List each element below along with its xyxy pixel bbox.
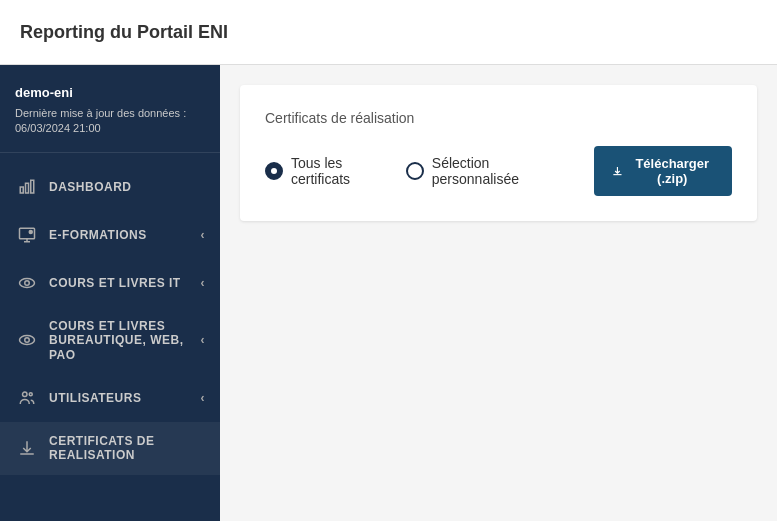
sidebar-nav: DASHBOARD E-FORMATIONS ‹	[0, 153, 220, 521]
svg-point-6	[29, 230, 34, 235]
sidebar-item-cours-livres-bureautique-label: COURS ET LIVRES BUREAUTIQUE, WEB, PAO	[49, 319, 201, 362]
svg-point-11	[23, 392, 28, 397]
svg-point-12	[29, 393, 32, 396]
main-layout: demo-eni Dernière mise à jour des donnée…	[0, 65, 777, 521]
radio-circle-all	[265, 162, 283, 180]
main-content: Certificats de réalisation Tous les cert…	[220, 65, 777, 521]
radio-option-all[interactable]: Tous les certificats	[265, 155, 376, 187]
cours-it-chevron-icon: ‹	[201, 276, 206, 290]
radio-circle-custom	[406, 162, 424, 180]
sidebar-update-label: Dernière mise à jour des données : 06/03…	[15, 106, 205, 137]
svg-rect-0	[20, 187, 23, 193]
utilisateurs-chevron-icon: ‹	[201, 391, 206, 405]
app-title: Reporting du Portail ENI	[20, 22, 228, 43]
sidebar-item-e-formations[interactable]: E-FORMATIONS ‹	[0, 211, 220, 259]
sidebar-item-cours-livres-bureautique[interactable]: COURS ET LIVRES BUREAUTIQUE, WEB, PAO ‹	[0, 307, 220, 374]
svg-point-9	[20, 336, 35, 345]
sidebar-item-dashboard[interactable]: DASHBOARD	[0, 163, 220, 211]
sidebar-username: demo-eni	[15, 85, 205, 100]
content-card: Certificats de réalisation Tous les cert…	[240, 85, 757, 221]
bar-chart-icon	[15, 175, 39, 199]
svg-rect-1	[26, 183, 29, 193]
svg-point-10	[25, 338, 30, 343]
svg-point-8	[25, 281, 30, 286]
sidebar-item-certificats-label: CERTIFICATS DE REALISATION	[49, 434, 205, 463]
sidebar-item-dashboard-label: DASHBOARD	[49, 180, 205, 194]
sidebar: demo-eni Dernière mise à jour des donnée…	[0, 65, 220, 521]
eye-icon	[15, 271, 39, 295]
svg-point-7	[20, 278, 35, 287]
sidebar-item-utilisateurs[interactable]: UTILISATEURS ‹	[0, 374, 220, 422]
radio-label-custom: Sélection personnalisée	[432, 155, 544, 187]
app-header: Reporting du Portail ENI	[0, 0, 777, 65]
download-icon	[15, 436, 39, 460]
sidebar-item-certificats[interactable]: CERTIFICATS DE REALISATION	[0, 422, 220, 475]
section-title: Certificats de réalisation	[265, 110, 732, 126]
download-button[interactable]: Télécharger (.zip)	[594, 146, 732, 196]
svg-rect-2	[31, 180, 34, 193]
radio-group-certificats: Tous les certificats Sélection personnal…	[265, 146, 732, 196]
sidebar-item-cours-livres-it-label: COURS ET LIVRES IT	[49, 276, 201, 290]
sidebar-item-e-formations-label: E-FORMATIONS	[49, 228, 201, 242]
sidebar-item-cours-livres-it[interactable]: COURS ET LIVRES IT ‹	[0, 259, 220, 307]
download-btn-icon	[612, 164, 623, 178]
monitor-icon	[15, 223, 39, 247]
users-icon	[15, 386, 39, 410]
eye-icon2	[15, 328, 39, 352]
e-formations-chevron-icon: ‹	[201, 228, 206, 242]
sidebar-user-info: demo-eni Dernière mise à jour des donnée…	[0, 65, 220, 153]
sidebar-item-utilisateurs-label: UTILISATEURS	[49, 391, 201, 405]
radio-option-custom[interactable]: Sélection personnalisée	[406, 155, 544, 187]
radio-label-all: Tous les certificats	[291, 155, 376, 187]
cours-bureautique-chevron-icon: ‹	[201, 333, 206, 347]
